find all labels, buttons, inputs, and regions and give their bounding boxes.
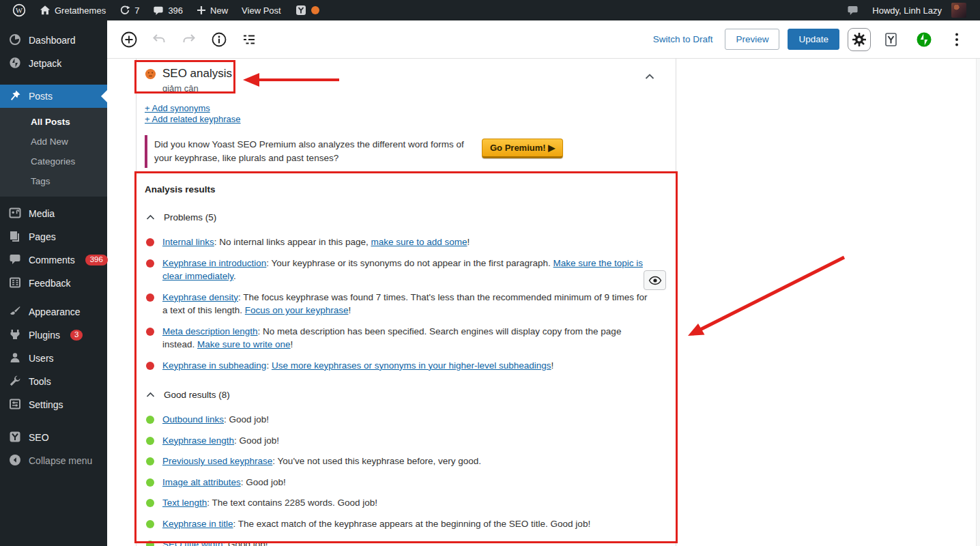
sidebar-item-users[interactable]: Users (0, 347, 107, 370)
collapse-menu-button[interactable]: Collapse menu (0, 449, 107, 472)
update-button[interactable]: Update (788, 29, 839, 50)
result-text-segment: : The text contains 2285 words. Good job… (207, 498, 377, 508)
result-text-segment: : You've not used this keyphrase before,… (272, 456, 481, 466)
site-name: Gretathemes (55, 5, 106, 16)
result-link[interactable]: Keyphrase in subheading (162, 360, 266, 371)
sidebar-item-tools[interactable]: Tools (0, 370, 107, 393)
sidebar-item-posts[interactable]: Posts (0, 85, 107, 108)
problems-section-header[interactable]: Problems (5) (146, 212, 665, 222)
result-text-segment: ! (291, 339, 293, 349)
collapse-arrow-icon (9, 454, 21, 468)
sidebar-item-pages[interactable]: Pages (0, 225, 107, 248)
plugins-count-badge: 3 (70, 330, 83, 341)
undo-button[interactable] (147, 27, 171, 52)
result-text-segment: : Good job! (241, 477, 286, 487)
admin-sidebar: Dashboard Jetpack Posts All Posts Add Ne… (0, 20, 107, 546)
result-link[interactable]: Use more keyphrases or synonyms in your … (272, 360, 551, 371)
collapse-section-chevron-icon[interactable] (644, 71, 655, 83)
feedback-icon (9, 276, 21, 291)
sidebar-subitem-categories[interactable]: Categories (0, 152, 107, 171)
sidebar-item-comments[interactable]: Comments 396 (0, 248, 107, 272)
sidebar-item-feedback[interactable]: Feedback (0, 272, 107, 295)
collapse-menu-label: Collapse menu (29, 455, 92, 466)
result-link[interactable]: Image alt attributes (162, 477, 241, 487)
sidebar-item-jetpack[interactable]: Jetpack (0, 52, 107, 75)
go-premium-button[interactable]: Go Premium! ▶ (482, 139, 563, 158)
sidebar-item-plugins[interactable]: Plugins 3 (0, 324, 107, 347)
yoast-admin-bar-menu[interactable] (288, 0, 326, 20)
result-text: Keyphrase in title: The exact match of t… (162, 517, 650, 531)
yoast-sidebar-button[interactable] (879, 27, 904, 52)
preview-button[interactable]: Preview (725, 29, 779, 50)
good-results-section-header[interactable]: Good results (8) (146, 390, 665, 400)
admin-comments-icon-wrap[interactable] (840, 0, 865, 20)
sidebar-item-appearance[interactable]: Appearance (0, 300, 107, 324)
problems-header-label: Problems (5) (164, 212, 216, 222)
result-link[interactable]: Keyphrase density (162, 292, 238, 302)
settings-gear-button[interactable] (848, 28, 871, 51)
result-text: Keyphrase density: The focus keyphrase w… (162, 291, 650, 317)
view-post-label: View Post (242, 5, 281, 16)
list-view-button[interactable] (237, 27, 261, 52)
result-link[interactable]: SEO title width (162, 539, 223, 546)
plugins-icon (9, 328, 21, 343)
result-link[interactable]: Focus on your keyphrase (245, 305, 349, 315)
sidebar-item-settings[interactable]: Settings (0, 393, 107, 416)
premium-upsell: Did you know Yoast SEO Premium also anal… (145, 135, 665, 168)
editor-toolbar-left (107, 27, 261, 52)
good-results-list: Outbound links: Good job! Keyphrase leng… (142, 413, 665, 546)
problems-list: Internal links: No internal links appear… (142, 235, 665, 372)
result-text-segment: . (233, 271, 236, 281)
sidebar-subitem-tags[interactable]: Tags (0, 171, 107, 191)
chevron-up-icon (146, 212, 155, 222)
result-text-segment: ! (348, 305, 351, 315)
good-bullet-icon (146, 520, 154, 528)
result-link[interactable]: Keyphrase in title (162, 519, 233, 529)
block-inserter-button[interactable] (117, 27, 141, 52)
result-link[interactable]: Outbound links (162, 414, 224, 425)
comments-count: 396 (168, 5, 183, 16)
options-kebab-button[interactable] (945, 27, 969, 52)
view-post-menu[interactable]: View Post (235, 0, 288, 20)
result-link[interactable]: Previously used keyphrase (162, 456, 272, 466)
seo-analysis-header[interactable]: SEO analysis giảm cân (142, 64, 665, 94)
comments-menu[interactable]: 396 (146, 0, 190, 20)
wordpress-logo-menu[interactable]: W (5, 0, 33, 20)
my-account-menu[interactable]: Howdy, Linh Lazy (865, 0, 973, 20)
good-bullet-icon (146, 478, 154, 487)
result-link[interactable]: Internal links (162, 237, 214, 247)
result-text-segment: : The exact match of the keyphrase appea… (233, 519, 591, 529)
add-related-keyphrase-link[interactable]: + Add related keyphrase (145, 114, 241, 125)
result-text-segment: : Good job! (224, 414, 269, 425)
sidebar-item-media[interactable]: Media (0, 202, 107, 225)
focus-keyphrase: giảm cân (162, 83, 232, 94)
analysis-result-row: Text length: The text contains 2285 word… (146, 496, 665, 510)
sidebar-item-seo[interactable]: SEO (0, 426, 107, 449)
redo-button[interactable] (177, 27, 201, 52)
result-link[interactable]: Keyphrase in introduction (162, 258, 266, 268)
result-link[interactable]: Make sure to write one (197, 339, 291, 349)
chevron-up-icon (146, 390, 155, 400)
site-name-menu[interactable]: Gretathemes (33, 0, 113, 20)
highlight-eye-button[interactable] (644, 270, 666, 290)
seo-score-face-icon (145, 68, 156, 83)
good-bullet-icon (146, 499, 154, 507)
sidebar-subitem-add-new[interactable]: Add New (0, 132, 107, 152)
result-link[interactable]: make sure to add some (371, 237, 467, 247)
add-synonyms-link[interactable]: + Add synonyms (145, 103, 210, 114)
jetpack-sidebar-button[interactable] (912, 27, 936, 52)
result-link[interactable]: Keyphrase length (162, 435, 234, 446)
result-link[interactable]: Text length (162, 498, 207, 508)
sidebar-item-label: Users (29, 353, 54, 364)
sidebar-subitem-all-posts[interactable]: All Posts (0, 112, 107, 132)
scrollbar-track[interactable] (976, 59, 980, 546)
result-text: Internal links: No internal links appear… (162, 235, 650, 249)
analysis-result-row: SEO title width: Good job! (146, 538, 665, 546)
new-content-menu[interactable]: New (190, 0, 235, 20)
result-link[interactable]: Meta description length (162, 326, 258, 336)
switch-to-draft-link[interactable]: Switch to Draft (653, 34, 713, 44)
sidebar-item-dashboard[interactable]: Dashboard (0, 29, 107, 52)
updates-menu[interactable]: 7 (113, 0, 146, 20)
avatar (951, 3, 966, 18)
details-info-button[interactable] (207, 27, 231, 52)
